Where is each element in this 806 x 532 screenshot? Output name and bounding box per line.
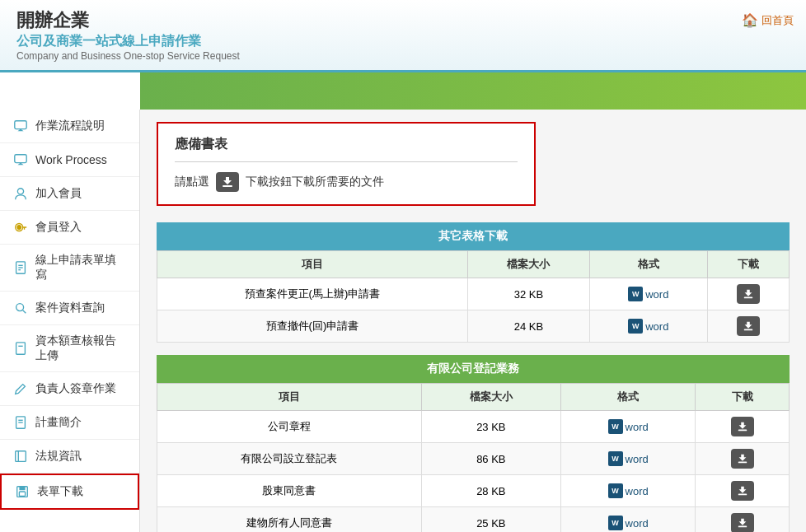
col-header-name-1: 項目 <box>157 251 468 278</box>
cell-format: W word <box>561 411 696 443</box>
sidebar-label-work-process-en: Work Process <box>35 153 107 166</box>
svg-rect-16 <box>16 451 26 462</box>
word-icon: W <box>628 319 643 334</box>
sidebar: 作業流程說明 Work Process 加入會員 會員登入 線上申請表單填寫 <box>0 110 140 532</box>
col-header-format-2: 格式 <box>561 384 696 411</box>
table-company-registration: 有限公司登記業務 項目 檔案大小 格式 下載 公司章程 23 KB W word <box>157 355 790 532</box>
upload-icon <box>12 340 29 357</box>
form-title: 應備書表 <box>175 136 518 162</box>
doc-icon <box>12 259 29 276</box>
book-icon <box>12 448 29 464</box>
cell-download <box>696 475 790 507</box>
form-desc: 請點選 下載按鈕下載所需要的文件 <box>175 172 518 192</box>
sidebar-label-join-member: 加入會員 <box>35 186 82 201</box>
word-badge: W word <box>608 451 649 466</box>
cell-download <box>696 507 790 533</box>
sidebar-label-work-process-zh: 作業流程說明 <box>35 119 105 133</box>
cell-name: 預查撤件(回)申請書 <box>157 310 468 343</box>
col-header-name-2: 項目 <box>157 384 422 411</box>
cell-size: 23 KB <box>421 411 561 443</box>
cell-size: 28 KB <box>421 475 561 507</box>
form-section: 應備書表 請點選 下載按鈕下載所需要的文件 <box>157 122 536 206</box>
sidebar-item-work-process-zh[interactable]: 作業流程說明 <box>0 110 139 143</box>
svg-rect-24 <box>738 430 747 432</box>
plan-icon <box>12 414 29 431</box>
person-icon <box>12 185 29 202</box>
col-header-dl-2: 下載 <box>696 384 790 411</box>
svg-rect-0 <box>15 121 26 129</box>
sidebar-label-capital-upload: 資本額查核報告上傳 <box>35 334 127 363</box>
cell-format: W word <box>561 475 696 507</box>
sidebar-item-join-member[interactable]: 加入會員 <box>0 177 139 211</box>
col-header-format-1: 格式 <box>590 251 707 278</box>
pen-icon <box>12 380 29 397</box>
sidebar-item-online-form[interactable]: 線上申請表單填寫 <box>0 245 139 292</box>
cell-size: 25 KB <box>421 507 561 533</box>
word-icon: W <box>608 483 623 498</box>
download-button[interactable] <box>731 481 754 501</box>
form-desc-prefix: 請點選 <box>175 175 209 189</box>
sidebar-item-responsible-person[interactable]: 負責人簽章作業 <box>0 372 139 406</box>
sidebar-label-plan-intro: 計畫簡介 <box>35 415 82 430</box>
cell-download <box>707 278 789 310</box>
svg-line-10 <box>23 310 26 314</box>
word-badge: W word <box>608 419 649 434</box>
sidebar-item-case-query[interactable]: 案件資料查詢 <box>0 292 139 325</box>
word-badge: W word <box>608 483 649 498</box>
svg-rect-26 <box>738 494 747 496</box>
form-desc-suffix: 下載按鈕下載所需要的文件 <box>246 175 384 189</box>
cell-name: 公司章程 <box>157 411 422 443</box>
home-icon: 🏠 <box>742 12 758 28</box>
sidebar-item-capital-upload[interactable]: 資本額查核報告上傳 <box>0 325 139 372</box>
cell-name: 建物所有人同意書 <box>157 507 422 533</box>
download-button[interactable] <box>731 449 754 469</box>
table-header-company-registration: 有限公司登記業務 <box>157 355 790 383</box>
layout: 作業流程說明 Work Process 加入會員 會員登入 線上申請表單填寫 <box>0 110 806 532</box>
word-icon: W <box>608 451 623 466</box>
download-button[interactable] <box>737 284 760 304</box>
sidebar-item-form-download[interactable]: 表單下載 <box>0 474 139 510</box>
sidebar-item-member-login[interactable]: 會員登入 <box>0 211 139 245</box>
home-label: 回首頁 <box>761 13 794 28</box>
sidebar-item-legal-info[interactable]: 法規資訊 <box>0 440 139 474</box>
save-icon <box>14 483 30 500</box>
table-row: 預查撤件(回)申請書 24 KB W word <box>157 310 790 343</box>
cell-size: 24 KB <box>467 310 589 343</box>
green-banner <box>140 72 806 110</box>
sidebar-label-case-query: 案件資料查詢 <box>35 301 105 315</box>
word-badge: W word <box>628 287 668 301</box>
col-header-size-1: 檔案大小 <box>467 251 589 278</box>
main-content: 應備書表 請點選 下載按鈕下載所需要的文件 其它表格下載 項目 檔案大小 格式 … <box>140 110 806 532</box>
sidebar-item-plan-intro[interactable]: 計畫簡介 <box>0 406 139 440</box>
chat-icon-2 <box>12 152 29 168</box>
search-icon <box>12 300 29 316</box>
download-button[interactable] <box>737 316 760 336</box>
cell-format: W word <box>561 507 696 533</box>
word-icon: W <box>628 287 643 301</box>
col-header-size-2: 檔案大小 <box>421 384 561 411</box>
key-icon <box>12 219 29 236</box>
svg-rect-1 <box>15 155 26 163</box>
sidebar-label-form-download: 表單下載 <box>37 484 83 499</box>
download-button[interactable] <box>731 417 754 436</box>
table-row: 預查案件更正(馬上辦)申請書 32 KB W word <box>157 278 790 310</box>
table-row: 公司章程 23 KB W word <box>157 411 790 443</box>
word-icon: W <box>608 516 623 530</box>
download-button[interactable] <box>731 513 754 532</box>
sidebar-label-legal-info: 法規資訊 <box>35 449 82 464</box>
cell-size: 32 KB <box>467 278 589 310</box>
svg-rect-27 <box>738 526 747 528</box>
svg-point-2 <box>17 189 23 194</box>
table-row: 股東同意書 28 KB W word <box>157 475 790 507</box>
chat-icon <box>12 118 29 134</box>
download-button-small[interactable] <box>216 172 239 192</box>
word-badge: W word <box>608 516 649 530</box>
cell-name: 股東同意書 <box>157 475 422 507</box>
header-subtitle-zh: 公司及商業一站式線上申請作業 <box>16 33 790 50</box>
home-link[interactable]: 🏠 回首頁 <box>742 12 794 28</box>
header-title-en: Company and Business One-stop Service Re… <box>16 50 790 62</box>
sidebar-item-work-process-en[interactable]: Work Process <box>0 143 139 177</box>
svg-point-9 <box>16 304 24 311</box>
sidebar-label-member-login: 會員登入 <box>35 220 82 235</box>
svg-rect-19 <box>19 487 25 491</box>
